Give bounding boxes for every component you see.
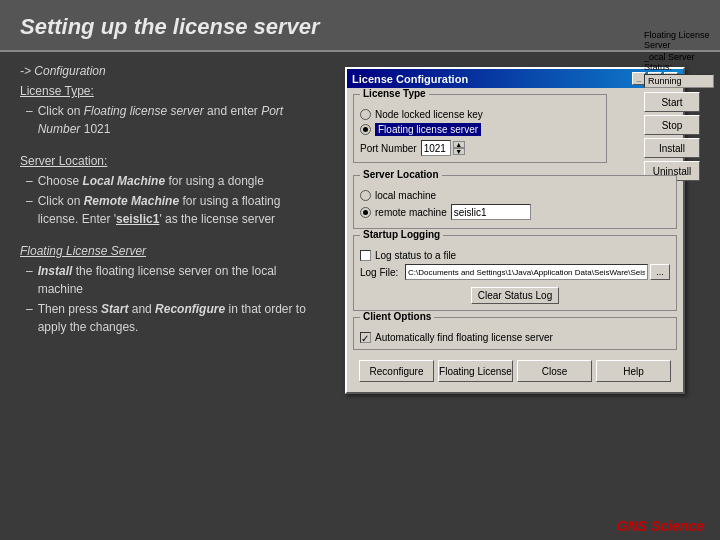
brand-label: GNS Science bbox=[617, 518, 704, 534]
radio-floating[interactable]: Floating license server bbox=[360, 123, 600, 136]
radio-node-locked[interactable]: Node locked license key bbox=[360, 109, 600, 120]
slide: Setting up the license server -> Configu… bbox=[0, 0, 720, 540]
log-file-label: Log File: bbox=[360, 267, 405, 278]
dash-4: – bbox=[26, 262, 33, 280]
log-status-row[interactable]: Log status to a file bbox=[360, 250, 670, 261]
log-status-checkbox[interactable] bbox=[360, 250, 371, 261]
bullet-remote-machine: – Click on Remote Machine for using a fl… bbox=[20, 192, 320, 228]
license-type-label: License Type: bbox=[20, 82, 320, 100]
slide-title: Setting up the license server bbox=[20, 14, 320, 39]
content-area: -> Configuration License Type: – Click o… bbox=[0, 52, 720, 404]
floating-license-section: Floating License Server – Install the fl… bbox=[20, 242, 320, 336]
startup-group-label: Startup Logging bbox=[360, 229, 443, 240]
radio-local-machine[interactable]: local machine bbox=[360, 190, 596, 201]
clear-status-log-button[interactable]: Clear Status Log bbox=[471, 287, 560, 304]
remote-machine-input[interactable] bbox=[451, 204, 531, 220]
dash-1: – bbox=[26, 102, 33, 120]
gns-footer: GNS Science bbox=[617, 518, 704, 534]
client-options-label: Client Options bbox=[360, 311, 434, 322]
bullet-text-1: Click on Floating license server and ent… bbox=[38, 102, 320, 138]
title-bar: Setting up the license server bbox=[0, 0, 720, 52]
server-location-group-label: Server Location bbox=[360, 169, 442, 180]
license-group-label: License Type bbox=[360, 88, 429, 99]
radio-label-1: Node locked license key bbox=[375, 109, 483, 120]
bullet-floating-click: – Click on Floating license server and e… bbox=[20, 102, 320, 138]
startup-logging-group: Startup Logging Log status to a file Log… bbox=[353, 235, 677, 311]
bullet-text-3: Click on Remote Machine for using a floa… bbox=[38, 192, 320, 228]
radio-local-circle[interactable] bbox=[360, 190, 371, 201]
spinner-up[interactable]: ▲ bbox=[453, 141, 465, 148]
floating-header: Floating License Server bbox=[20, 242, 320, 260]
left-panel: -> Configuration License Type: – Click o… bbox=[20, 62, 320, 394]
auto-find-checkbox[interactable]: ✓ bbox=[360, 332, 371, 343]
config-section: -> Configuration License Type: – Click o… bbox=[20, 62, 320, 138]
bullet-text-4: Install the floating license server on t… bbox=[38, 262, 320, 298]
port-spinner[interactable]: ▲ ▼ bbox=[453, 141, 465, 155]
close-button[interactable]: Close bbox=[517, 360, 592, 382]
bullet-local-machine: – Choose Local Machine for using a dongl… bbox=[20, 172, 320, 190]
dash-5: – bbox=[26, 300, 33, 318]
dialog-title: License Configuration bbox=[352, 73, 468, 85]
log-file-input[interactable] bbox=[405, 264, 648, 280]
start-button[interactable]: Start bbox=[644, 92, 700, 112]
radio-local-label: local machine bbox=[375, 190, 436, 201]
floating-server-label: Floating License Server bbox=[644, 30, 714, 50]
radio-remote-circle[interactable] bbox=[360, 207, 371, 218]
radio-circle-1[interactable] bbox=[360, 109, 371, 120]
license-type-group: License Type Node locked license key Flo… bbox=[353, 94, 677, 169]
top-section: License Type Node locked license key Flo… bbox=[353, 94, 677, 169]
floating-license-button[interactable]: Floating License bbox=[438, 360, 513, 382]
server-action-buttons: Start Stop Install Uninstall bbox=[644, 92, 714, 181]
bullet-install: – Install the floating license server on… bbox=[20, 262, 320, 298]
config-header: -> Configuration bbox=[20, 62, 320, 80]
log-status-label: Log status to a file bbox=[375, 250, 456, 261]
client-options-group: Client Options ✓ Automatically find floa… bbox=[353, 317, 677, 350]
auto-find-row[interactable]: ✓ Automatically find floating license se… bbox=[360, 332, 670, 343]
help-button[interactable]: Help bbox=[596, 360, 671, 382]
auto-find-label: Automatically find floating license serv… bbox=[375, 332, 553, 343]
clear-log-container: Clear Status Log bbox=[360, 284, 670, 304]
server-location-group: Server Location local machine remote mac… bbox=[353, 175, 677, 229]
bullet-start-reconfig: – Then press Start and Reconfigure in th… bbox=[20, 300, 320, 336]
license-config-dialog: License Configuration _ □ ✕ License Type bbox=[345, 67, 685, 394]
server-location-section: Server Location: – Choose Local Machine … bbox=[20, 152, 320, 228]
stop-button[interactable]: Stop bbox=[644, 115, 700, 135]
spinner-down[interactable]: ▼ bbox=[453, 148, 465, 155]
server-status-value: Running bbox=[644, 74, 714, 88]
right-panel: Floating License Server _ocal Server Sta… bbox=[644, 30, 714, 181]
radio-remote-machine[interactable]: remote machine bbox=[360, 204, 596, 220]
port-row: Port Number ▲ ▼ bbox=[360, 140, 600, 156]
install-button[interactable]: Install bbox=[644, 138, 700, 158]
dash-3: – bbox=[26, 192, 33, 210]
dialog-body: License Type Node locked license key Flo… bbox=[347, 88, 683, 392]
bullet-text-2: Choose Local Machine for using a dongle bbox=[38, 172, 264, 190]
dialog-titlebar: License Configuration _ □ ✕ bbox=[347, 69, 683, 88]
port-input[interactable] bbox=[421, 140, 451, 156]
bottom-buttons: Reconfigure Floating License Close Help bbox=[353, 356, 677, 386]
radio-circle-2[interactable] bbox=[360, 124, 371, 135]
log-file-row: Log File: ... bbox=[360, 264, 670, 280]
license-group-box: License Type Node locked license key Flo… bbox=[353, 94, 607, 163]
dialog-container: License Configuration _ □ ✕ License Type bbox=[330, 62, 700, 394]
radio-remote-label: remote machine bbox=[375, 207, 447, 218]
local-server-status-label: _ocal Server Status: bbox=[644, 52, 714, 72]
server-location-header: Server Location: bbox=[20, 152, 320, 170]
browse-button[interactable]: ... bbox=[650, 264, 670, 280]
bullet-text-5: Then press Start and Reconfigure in that… bbox=[38, 300, 320, 336]
reconfigure-button[interactable]: Reconfigure bbox=[359, 360, 434, 382]
port-label: Port Number bbox=[360, 143, 417, 154]
radio-label-2: Floating license server bbox=[375, 123, 481, 136]
dash-2: – bbox=[26, 172, 33, 190]
